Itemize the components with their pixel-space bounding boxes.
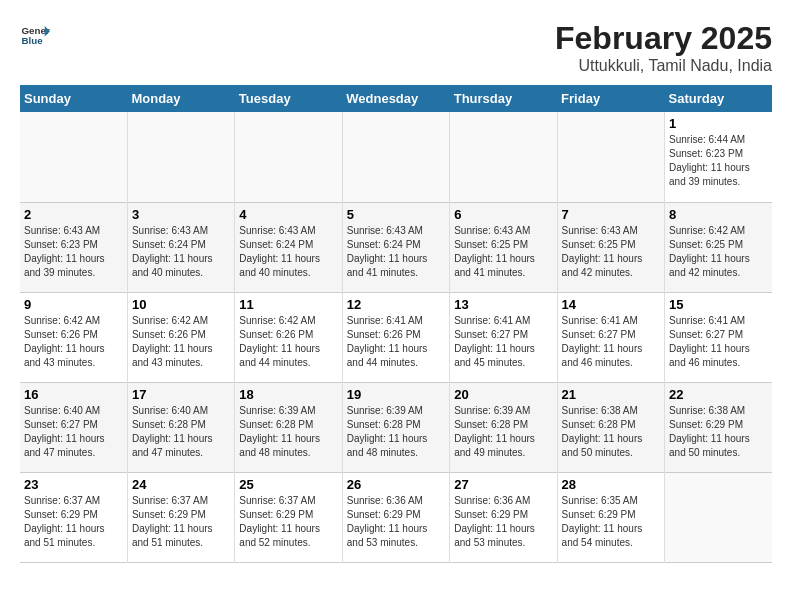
day-cell: 8Sunrise: 6:42 AM Sunset: 6:25 PM Daylig… [665,202,772,292]
day-info: Sunrise: 6:39 AM Sunset: 6:28 PM Dayligh… [454,404,552,460]
day-cell: 1Sunrise: 6:44 AM Sunset: 6:23 PM Daylig… [665,112,772,202]
day-cell: 25Sunrise: 6:37 AM Sunset: 6:29 PM Dayli… [235,472,342,562]
day-number: 26 [347,477,445,492]
day-cell [450,112,557,202]
day-info: Sunrise: 6:44 AM Sunset: 6:23 PM Dayligh… [669,133,768,189]
day-cell: 16Sunrise: 6:40 AM Sunset: 6:27 PM Dayli… [20,382,127,472]
day-cell: 13Sunrise: 6:41 AM Sunset: 6:27 PM Dayli… [450,292,557,382]
day-cell: 2Sunrise: 6:43 AM Sunset: 6:23 PM Daylig… [20,202,127,292]
day-cell: 10Sunrise: 6:42 AM Sunset: 6:26 PM Dayli… [127,292,234,382]
day-info: Sunrise: 6:42 AM Sunset: 6:25 PM Dayligh… [669,224,768,280]
day-cell: 7Sunrise: 6:43 AM Sunset: 6:25 PM Daylig… [557,202,664,292]
svg-text:Blue: Blue [22,35,44,46]
day-info: Sunrise: 6:42 AM Sunset: 6:26 PM Dayligh… [239,314,337,370]
day-info: Sunrise: 6:35 AM Sunset: 6:29 PM Dayligh… [562,494,660,550]
day-number: 28 [562,477,660,492]
day-number: 12 [347,297,445,312]
day-number: 15 [669,297,768,312]
column-header-tuesday: Tuesday [235,85,342,112]
day-cell: 24Sunrise: 6:37 AM Sunset: 6:29 PM Dayli… [127,472,234,562]
day-number: 3 [132,207,230,222]
day-info: Sunrise: 6:38 AM Sunset: 6:29 PM Dayligh… [669,404,768,460]
day-info: Sunrise: 6:43 AM Sunset: 6:25 PM Dayligh… [562,224,660,280]
day-info: Sunrise: 6:37 AM Sunset: 6:29 PM Dayligh… [239,494,337,550]
day-number: 22 [669,387,768,402]
day-cell: 26Sunrise: 6:36 AM Sunset: 6:29 PM Dayli… [342,472,449,562]
day-number: 25 [239,477,337,492]
day-cell: 9Sunrise: 6:42 AM Sunset: 6:26 PM Daylig… [20,292,127,382]
day-cell: 4Sunrise: 6:43 AM Sunset: 6:24 PM Daylig… [235,202,342,292]
logo-icon: General Blue [20,20,50,50]
day-cell: 27Sunrise: 6:36 AM Sunset: 6:29 PM Dayli… [450,472,557,562]
day-number: 13 [454,297,552,312]
day-info: Sunrise: 6:43 AM Sunset: 6:24 PM Dayligh… [347,224,445,280]
calendar-table: SundayMondayTuesdayWednesdayThursdayFrid… [20,85,772,563]
column-header-thursday: Thursday [450,85,557,112]
day-number: 21 [562,387,660,402]
main-title: February 2025 [555,20,772,57]
day-number: 19 [347,387,445,402]
day-number: 11 [239,297,337,312]
day-info: Sunrise: 6:41 AM Sunset: 6:26 PM Dayligh… [347,314,445,370]
day-number: 16 [24,387,123,402]
day-number: 24 [132,477,230,492]
day-info: Sunrise: 6:37 AM Sunset: 6:29 PM Dayligh… [24,494,123,550]
day-number: 14 [562,297,660,312]
day-info: Sunrise: 6:36 AM Sunset: 6:29 PM Dayligh… [347,494,445,550]
day-info: Sunrise: 6:42 AM Sunset: 6:26 PM Dayligh… [24,314,123,370]
day-number: 4 [239,207,337,222]
day-info: Sunrise: 6:39 AM Sunset: 6:28 PM Dayligh… [347,404,445,460]
subtitle: Uttukkuli, Tamil Nadu, India [555,57,772,75]
day-info: Sunrise: 6:41 AM Sunset: 6:27 PM Dayligh… [669,314,768,370]
day-cell: 20Sunrise: 6:39 AM Sunset: 6:28 PM Dayli… [450,382,557,472]
day-cell [127,112,234,202]
column-header-wednesday: Wednesday [342,85,449,112]
day-info: Sunrise: 6:38 AM Sunset: 6:28 PM Dayligh… [562,404,660,460]
day-number: 23 [24,477,123,492]
day-cell [235,112,342,202]
week-row-1: 1Sunrise: 6:44 AM Sunset: 6:23 PM Daylig… [20,112,772,202]
week-row-4: 16Sunrise: 6:40 AM Sunset: 6:27 PM Dayli… [20,382,772,472]
day-number: 10 [132,297,230,312]
day-info: Sunrise: 6:40 AM Sunset: 6:28 PM Dayligh… [132,404,230,460]
day-info: Sunrise: 6:41 AM Sunset: 6:27 PM Dayligh… [562,314,660,370]
header: General Blue February 2025 Uttukkuli, Ta… [20,20,772,75]
day-cell: 3Sunrise: 6:43 AM Sunset: 6:24 PM Daylig… [127,202,234,292]
day-cell: 28Sunrise: 6:35 AM Sunset: 6:29 PM Dayli… [557,472,664,562]
day-number: 6 [454,207,552,222]
day-info: Sunrise: 6:43 AM Sunset: 6:23 PM Dayligh… [24,224,123,280]
day-number: 2 [24,207,123,222]
day-cell [20,112,127,202]
day-cell [342,112,449,202]
day-cell: 18Sunrise: 6:39 AM Sunset: 6:28 PM Dayli… [235,382,342,472]
column-header-sunday: Sunday [20,85,127,112]
day-cell: 14Sunrise: 6:41 AM Sunset: 6:27 PM Dayli… [557,292,664,382]
day-info: Sunrise: 6:43 AM Sunset: 6:24 PM Dayligh… [239,224,337,280]
day-info: Sunrise: 6:36 AM Sunset: 6:29 PM Dayligh… [454,494,552,550]
logo: General Blue [20,20,50,50]
day-cell: 19Sunrise: 6:39 AM Sunset: 6:28 PM Dayli… [342,382,449,472]
day-cell: 11Sunrise: 6:42 AM Sunset: 6:26 PM Dayli… [235,292,342,382]
day-info: Sunrise: 6:40 AM Sunset: 6:27 PM Dayligh… [24,404,123,460]
day-number: 8 [669,207,768,222]
day-number: 5 [347,207,445,222]
day-number: 1 [669,116,768,131]
day-info: Sunrise: 6:41 AM Sunset: 6:27 PM Dayligh… [454,314,552,370]
day-number: 27 [454,477,552,492]
day-number: 17 [132,387,230,402]
day-cell: 17Sunrise: 6:40 AM Sunset: 6:28 PM Dayli… [127,382,234,472]
day-cell: 21Sunrise: 6:38 AM Sunset: 6:28 PM Dayli… [557,382,664,472]
day-cell: 15Sunrise: 6:41 AM Sunset: 6:27 PM Dayli… [665,292,772,382]
day-cell [557,112,664,202]
day-number: 7 [562,207,660,222]
day-number: 9 [24,297,123,312]
column-header-saturday: Saturday [665,85,772,112]
day-cell: 6Sunrise: 6:43 AM Sunset: 6:25 PM Daylig… [450,202,557,292]
column-header-monday: Monday [127,85,234,112]
day-info: Sunrise: 6:39 AM Sunset: 6:28 PM Dayligh… [239,404,337,460]
week-row-5: 23Sunrise: 6:37 AM Sunset: 6:29 PM Dayli… [20,472,772,562]
day-info: Sunrise: 6:37 AM Sunset: 6:29 PM Dayligh… [132,494,230,550]
day-cell: 22Sunrise: 6:38 AM Sunset: 6:29 PM Dayli… [665,382,772,472]
title-area: February 2025 Uttukkuli, Tamil Nadu, Ind… [555,20,772,75]
day-info: Sunrise: 6:43 AM Sunset: 6:24 PM Dayligh… [132,224,230,280]
